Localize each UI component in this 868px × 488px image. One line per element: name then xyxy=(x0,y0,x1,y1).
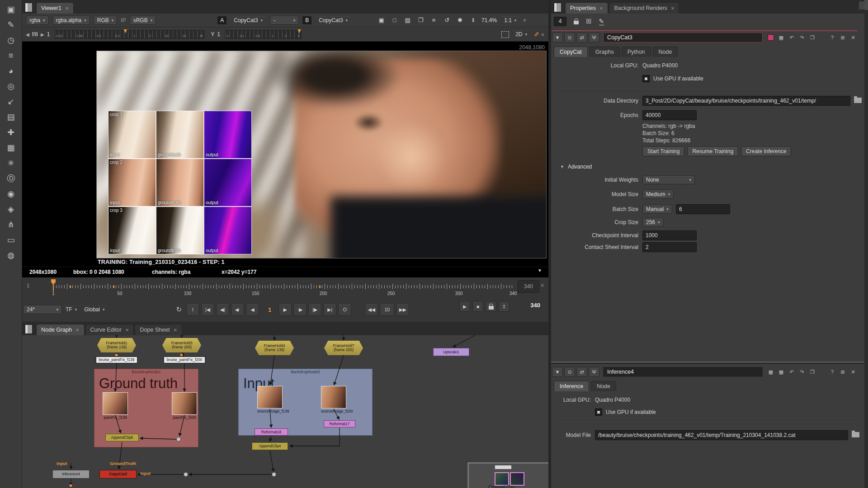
b-buffer-node-dropdown[interactable]: CopyCat3 ▾ xyxy=(315,16,351,25)
undo-icon[interactable]: ↶ xyxy=(787,368,796,376)
close-icon[interactable]: ✕ xyxy=(173,328,177,333)
color-icon[interactable]: ◕ xyxy=(3,65,19,77)
batch-size-mode-dropdown[interactable]: Manual ▾ xyxy=(642,205,672,214)
copy-panel-icon[interactable]: ❐ xyxy=(808,33,817,42)
node-sourceimage-f139[interactable]: sourceImage_f139 xyxy=(257,386,283,413)
frame-increment-field[interactable]: 10 xyxy=(380,303,394,316)
crop-size-dropdown[interactable]: 256 ▾ xyxy=(642,218,664,227)
close-panel-icon[interactable]: ✕ xyxy=(849,33,858,42)
node-inference4[interactable]: Inference4 xyxy=(52,470,90,479)
data-directory-field[interactable]: 3_Post/2D/CopyCat/beauty/bruise/checkpoi… xyxy=(642,96,850,106)
monitor-output-icon[interactable]: ▣ xyxy=(377,17,386,23)
play-reverse-button[interactable]: ◀ xyxy=(246,303,259,316)
close-panel-icon[interactable]: ✕ xyxy=(849,368,858,376)
toolsets-icon[interactable]: ▭ xyxy=(3,234,19,246)
node-tree-icon[interactable]: Ψ xyxy=(589,33,599,42)
next-keyframe-button[interactable]: |▶ xyxy=(308,303,321,316)
frame-out-button[interactable]: O xyxy=(338,303,351,316)
close-icon[interactable]: ✕ xyxy=(65,6,69,11)
folder-icon[interactable] xyxy=(854,98,862,104)
other-tools-icon[interactable]: ⋔ xyxy=(3,219,19,230)
splitter-handle[interactable] xyxy=(864,0,868,10)
gamma-slider[interactable]: 00.10.5125 xyxy=(225,30,302,39)
collapse-down-icon[interactable]: ▼ xyxy=(538,268,542,273)
tab-node[interactable]: Node xyxy=(653,47,678,57)
channel-icon[interactable]: ≡ xyxy=(3,50,19,61)
wipe-icon[interactable]: ▨ xyxy=(403,17,412,23)
undo-icon[interactable]: ↶ xyxy=(787,33,796,42)
filter-icon[interactable]: ◎ xyxy=(3,80,19,92)
node-tree-icon[interactable]: Ψ xyxy=(589,367,599,377)
use-gpu-checkbox[interactable]: ✖ xyxy=(595,408,602,416)
close-icon[interactable]: ✕ xyxy=(599,6,603,11)
color-swatch-icon[interactable] xyxy=(766,33,775,42)
node-reformat18[interactable]: Reformat18 xyxy=(255,428,288,436)
node-title[interactable]: Inference4 xyxy=(603,367,763,377)
node-paintfix-f139[interactable]: paintFix_f139 xyxy=(103,392,128,420)
next-icon[interactable]: ▶ xyxy=(41,32,44,37)
first-frame-button[interactable]: |◀ xyxy=(201,303,214,316)
range-end-box[interactable]: 340 xyxy=(518,280,539,293)
tab-dope-sheet[interactable]: Dope Sheet ✕ xyxy=(135,324,182,335)
skip-back-button[interactable]: ◀◀ xyxy=(365,303,378,316)
viewer-canvas[interactable]: 2048,1080 crop 1 input groundtruth outpu… xyxy=(22,42,548,267)
channels-grid-icon[interactable]: ▦ xyxy=(766,368,775,376)
close-icon[interactable]: ✕ xyxy=(125,328,129,333)
advanced-collapse-icon[interactable]: ▼ xyxy=(560,164,564,169)
node-framehold7[interactable]: FrameHold7(frame 200) xyxy=(324,341,363,355)
node-sourceimage-f200[interactable]: sourceImage_f200 xyxy=(321,386,346,413)
tab-curve-editor[interactable]: Curve Editor ✕ xyxy=(85,324,134,335)
annotate-pencil-icon[interactable]: ✎ xyxy=(533,32,540,37)
pause-icon[interactable]: ‖ xyxy=(468,17,478,23)
draw-icon[interactable]: ✎ xyxy=(3,19,19,31)
collapse-timeline-icon[interactable]: » xyxy=(539,284,546,287)
gain-slider[interactable]: 0.020.050.10.2121020M xyxy=(54,30,204,39)
node-dot[interactable] xyxy=(176,437,181,441)
gamma-slider-handle[interactable] xyxy=(297,29,301,33)
close-icon[interactable]: ✕ xyxy=(671,6,675,11)
collapse-toolbar-icon[interactable]: » xyxy=(522,19,528,22)
roi-icon[interactable] xyxy=(501,31,509,38)
display-channels-dropdown[interactable]: RGB ▾ xyxy=(94,16,118,25)
pane-menu-icon[interactable] xyxy=(25,3,33,12)
fps-dropdown[interactable]: 24* ▾ xyxy=(23,305,62,314)
play-forward-button[interactable]: ▶ xyxy=(278,303,292,316)
stop-render-icon[interactable]: ■ xyxy=(472,301,483,312)
advanced-label[interactable]: Advanced xyxy=(568,164,592,170)
clear-panels-icon[interactable]: ☒ xyxy=(586,18,592,25)
pane-menu-icon[interactable] xyxy=(554,3,561,12)
resume-training-button[interactable]: Resume Training xyxy=(687,146,738,156)
copy-panel-icon[interactable]: ❐ xyxy=(808,368,817,376)
help-icon[interactable]: ? xyxy=(828,33,837,42)
close-icon[interactable]: ✕ xyxy=(75,328,79,333)
wipe-mode-dropdown[interactable]: - ▾ xyxy=(270,16,299,25)
node-framehold4[interactable]: FrameHold4(frame 139) xyxy=(255,341,294,355)
node-reformat17[interactable]: Reformat17 xyxy=(324,420,355,427)
channels-grid-icon[interactable]: ▦ xyxy=(777,33,786,42)
section-divider[interactable] xyxy=(551,361,864,364)
help-icon[interactable]: ? xyxy=(828,368,837,376)
playhead[interactable] xyxy=(51,279,56,285)
compare-icon[interactable]: ❐ xyxy=(416,17,425,23)
zoom-level[interactable]: 71.4% xyxy=(481,17,497,23)
gain-value[interactable]: 1 xyxy=(47,31,50,38)
tf-dropdown[interactable]: TF ▾ xyxy=(62,305,80,314)
redo-icon[interactable]: ↷ xyxy=(797,368,807,376)
layer-dropdown[interactable]: rgba.alpha ▾ xyxy=(52,16,90,25)
model-size-dropdown[interactable]: Medium ▾ xyxy=(642,190,674,199)
3d-icon[interactable]: ▦ xyxy=(3,142,19,154)
a-buffer-node-dropdown[interactable]: CopyCat3 ▾ xyxy=(230,16,266,25)
float-panel-icon[interactable]: ⊞ xyxy=(838,33,847,42)
prev-increment-button[interactable]: ◀⋅ xyxy=(231,303,244,316)
particles-icon[interactable]: ✳ xyxy=(3,157,19,169)
node-title[interactable]: CopyCat3 xyxy=(603,33,763,42)
float-panel-icon[interactable]: ⊞ xyxy=(838,368,847,376)
loop-mode-icon[interactable]: ↻ xyxy=(176,305,182,314)
last-frame-button[interactable]: ▶| xyxy=(323,303,336,316)
node-dot[interactable] xyxy=(272,472,276,477)
mask-overlay-icon[interactable]: □ xyxy=(390,17,399,23)
node-upscale1[interactable]: Upscale1 xyxy=(433,348,469,356)
node-copycat3[interactable]: CopyCat3 xyxy=(99,470,137,479)
node-paintfix-f200[interactable]: paintFix_f200 xyxy=(172,392,197,420)
node-bruise-paintfix-f139[interactable]: bruise_paintFix_f139 xyxy=(96,357,137,363)
